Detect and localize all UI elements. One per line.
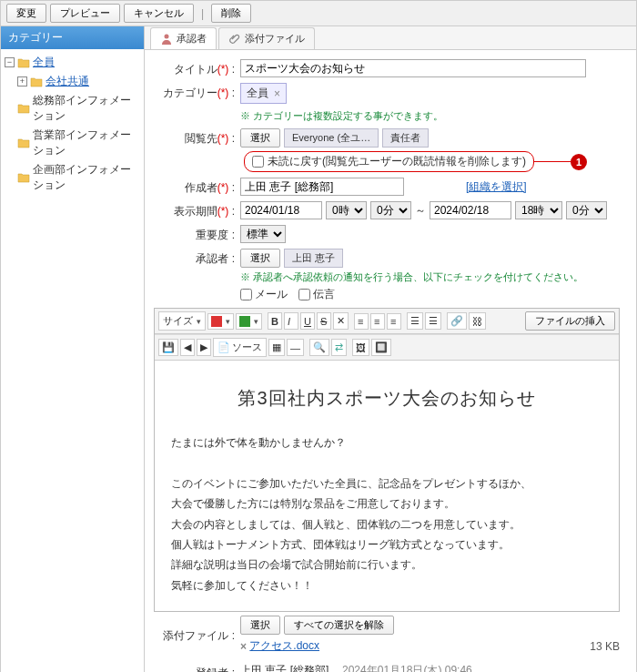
min-to-select[interactable]: 0分 — [566, 201, 607, 219]
label-viewers: 閲覧先(*) : — [154, 128, 240, 147]
folder-icon — [17, 172, 30, 183]
underline-button[interactable]: U — [300, 312, 315, 330]
unread-checkbox[interactable] — [252, 156, 264, 168]
preview-button[interactable]: 🔲 — [371, 339, 391, 356]
tree-item-kikaku[interactable]: 企画部インフォメーション — [5, 160, 140, 195]
tree-item-soumu[interactable]: 総務部インフォメーション — [5, 91, 140, 126]
unread-label: 未読に戻す(閲覧先ユーザーの既読情報を削除します) — [268, 154, 526, 169]
bg-color-button[interactable] — [236, 313, 262, 330]
insert-file-button[interactable]: ファイルの挿入 — [525, 311, 615, 331]
preview-button[interactable]: プレビュー — [50, 4, 120, 23]
image-button[interactable]: 🖼 — [352, 339, 369, 356]
editor-toolbar-1: サイズ B I U S ✕ ≡ — [155, 309, 619, 334]
label-approver: 承認者 : — [154, 249, 240, 267]
viewer-pill[interactable]: Everyone (全ユ… — [284, 128, 379, 148]
callout-badge: 1 — [571, 154, 587, 170]
importance-select[interactable]: 標準 — [240, 225, 286, 243]
tab-label: 承認者 — [177, 32, 207, 46]
min-from-select[interactable]: 0分 — [370, 201, 411, 219]
tilde: ～ — [415, 203, 426, 219]
close-icon[interactable]: × — [274, 87, 280, 100]
label-period: 表示期間(*) : — [154, 201, 240, 219]
category-chip[interactable]: 全員 × — [240, 83, 287, 104]
ol-button[interactable]: ☰ — [407, 312, 423, 330]
align-left-button[interactable]: ≡ — [354, 313, 369, 330]
strike-button[interactable]: S — [317, 312, 331, 330]
ul-button[interactable]: ☰ — [425, 312, 441, 330]
mail-check[interactable]: メール — [240, 287, 288, 302]
bold-button[interactable]: B — [268, 312, 282, 330]
tree-item-eigyou[interactable]: 営業部インフォメーション — [5, 126, 140, 160]
hour-from-select[interactable]: 0時 — [326, 201, 367, 219]
msg-check[interactable]: 伝言 — [298, 287, 335, 302]
category-chip-label: 全員 — [247, 86, 268, 101]
expand-icon[interactable]: − — [5, 57, 15, 67]
sidebar-header: カテゴリー — [1, 26, 144, 49]
file-link[interactable]: アクセス.docx — [249, 638, 319, 654]
file-size: 13 KB — [590, 640, 620, 653]
viewer-pill[interactable]: 責任者 — [382, 128, 429, 148]
date-to-input[interactable] — [430, 201, 511, 219]
remove-file-icon[interactable]: × — [240, 640, 247, 653]
editor-toolbar-2: 💾 ◀ ▶ 📄 ソース ▦ — 🔍 ⇄ 🖼 — [155, 334, 619, 361]
tab-label: 添付ファイル — [245, 32, 305, 46]
tree-label[interactable]: 全員 — [33, 55, 55, 70]
select-file-button[interactable]: 選択 — [240, 616, 280, 635]
svg-rect-2 — [239, 316, 250, 327]
top-toolbar: 変更 プレビュー キャンセル | 削除 — [1, 1, 636, 26]
approver-pill[interactable]: 上田 恵子 — [284, 249, 343, 268]
tree-label[interactable]: 会社共通 — [46, 74, 89, 89]
sidebar: カテゴリー − 全員 + 会社共通 総務部インフォメーション — [1, 26, 145, 672]
select-viewer-button[interactable]: 選択 — [240, 128, 280, 148]
date-from-input[interactable] — [240, 201, 322, 219]
replace-button[interactable]: ⇄ — [331, 339, 347, 356]
person-icon — [160, 33, 173, 46]
tab-approver[interactable]: 承認者 — [150, 27, 217, 49]
select-approver-button[interactable]: 選択 — [240, 249, 280, 268]
link-button[interactable]: 🔗 — [447, 312, 467, 330]
category-tree: − 全員 + 会社共通 総務部インフォメーション 営業部インフォメーション — [1, 49, 144, 199]
label-title: タイトル(*) : — [154, 59, 240, 77]
separator: | — [201, 7, 204, 20]
approver-hint: ※ 承認者へ承認依頼の通知を行う場合、以下にチェックを付けてください。 — [240, 270, 583, 284]
folder-icon — [30, 76, 43, 87]
hour-to-select[interactable]: 18時 — [515, 201, 562, 219]
expand-icon[interactable]: + — [17, 76, 27, 87]
title-input[interactable] — [240, 59, 586, 77]
align-right-button[interactable]: ≡ — [387, 313, 401, 330]
content-body: たまには外で体を動かしませんか？ このイベントにご参加いただいた全員に、記念品を… — [171, 433, 602, 595]
table-button[interactable]: ▦ — [268, 339, 285, 356]
cancel-button[interactable]: キャンセル — [124, 4, 194, 23]
change-button[interactable]: 変更 — [6, 4, 46, 23]
folder-icon — [17, 137, 30, 148]
content-pane: 承認者 添付ファイル タイトル(*) : カテゴリー(*) : 全員 — [145, 26, 636, 672]
size-dropdown[interactable]: サイズ — [158, 311, 206, 331]
label-registrant: 登録者 : — [154, 663, 240, 672]
right-button[interactable]: ▶ — [197, 339, 211, 356]
org-select-link[interactable]: [組織を選択] — [466, 179, 527, 195]
unlink-button[interactable]: ⛓ — [469, 312, 486, 330]
creator-input[interactable] — [240, 178, 404, 196]
label-creator: 作成者(*) : — [154, 178, 240, 196]
clear-files-button[interactable]: すべての選択を解除 — [284, 616, 394, 635]
tab-attachment[interactable]: 添付ファイル — [218, 27, 315, 49]
clear-format-button[interactable]: ✕ — [333, 312, 349, 330]
italic-button[interactable]: I — [284, 312, 298, 330]
tree-item-common[interactable]: + 会社共通 — [5, 72, 140, 91]
tree-label: 営業部インフォメーション — [33, 127, 140, 158]
editor-content[interactable]: 第3回社内スポーツ大会のお知らせ たまには外で体を動かしませんか？ このイベント… — [155, 361, 619, 611]
left-button[interactable]: ◀ — [180, 339, 195, 356]
content-heading: 第3回社内スポーツ大会のお知らせ — [171, 382, 602, 413]
clip-icon — [228, 33, 241, 46]
category-hint: ※ カテゴリーは複数設定する事ができます。 — [240, 109, 443, 123]
tree-item-all[interactable]: − 全員 — [5, 53, 140, 72]
hr-button[interactable]: — — [287, 339, 304, 356]
align-center-button[interactable]: ≡ — [370, 313, 385, 330]
source-button[interactable]: 📄 ソース — [213, 338, 267, 357]
font-color-button[interactable] — [207, 313, 234, 330]
label-importance: 重要度 : — [154, 225, 240, 243]
delete-button[interactable]: 削除 — [211, 4, 251, 23]
save-icon-button[interactable]: 💾 — [158, 339, 178, 356]
label-attach: 添付ファイル : — [154, 626, 240, 644]
find-button[interactable]: 🔍 — [309, 339, 329, 356]
